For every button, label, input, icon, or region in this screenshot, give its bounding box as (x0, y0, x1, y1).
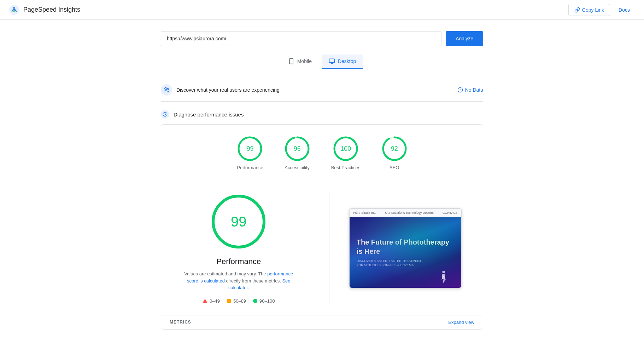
users-icon (163, 87, 170, 93)
pagespeed-logo-icon (8, 4, 20, 16)
logo: PageSpeed Insights (8, 4, 80, 16)
performance-left: 99 Performance Values are estimated and … (170, 193, 322, 304)
site-preview-hero: The Future of Phototherapy is Here DISCO… (350, 217, 461, 288)
results-card: 99 Performance 96 Accessibility (161, 124, 483, 330)
svg-point-8 (167, 88, 169, 90)
header: PageSpeed Insights Copy Link Docs (0, 0, 644, 20)
card-footer: METRICS Expand view (161, 315, 483, 329)
diagnose-section: Diagnose performance issues (161, 110, 483, 119)
score-legend: 0–49 50–89 90–100 (203, 298, 275, 304)
copy-link-label: Copy Link (582, 7, 604, 13)
svg-point-7 (165, 87, 167, 90)
svg-point-23 (442, 271, 445, 273)
accessibility-score-label: Accessibility (285, 165, 310, 170)
header-actions: Copy Link Docs (568, 4, 636, 16)
performance-right: Psira-Sirasit Inc. Our Locations Technol… (336, 193, 475, 304)
performance-description: Values are estimated and may vary. The p… (182, 270, 295, 291)
info-left: Discover what your real users are experi… (161, 84, 280, 96)
legend-good: 90–100 (253, 298, 275, 304)
url-input[interactable] (161, 31, 441, 46)
accessibility-score-value: 96 (294, 145, 301, 153)
site-preview: Psira-Sirasit Inc. Our Locations Technol… (349, 208, 462, 288)
score-accessibility[interactable]: 96 Accessibility (285, 136, 310, 170)
good-icon (253, 299, 257, 303)
tab-desktop[interactable]: Desktop (322, 55, 363, 69)
diagnose-text: Diagnose performance issues (174, 112, 244, 118)
device-tabs: Mobile Desktop (161, 55, 483, 69)
url-row: Analyze (161, 31, 483, 46)
legend-average: 50–89 (227, 298, 246, 304)
svg-rect-4 (329, 59, 334, 63)
user-experience-section: Discover what your real users are experi… (161, 79, 483, 102)
best-practices-circle: 100 (333, 136, 358, 161)
score-performance[interactable]: 99 Performance (237, 136, 263, 170)
mobile-icon (288, 58, 294, 64)
legend-fail: 0–49 (203, 298, 220, 304)
performance-circle: 99 (237, 136, 263, 161)
metrics-label: METRICS (170, 320, 191, 325)
divider (329, 193, 329, 304)
best-practices-score-label: Best Practices (331, 165, 361, 170)
no-data-status: No Data (457, 87, 483, 93)
expand-view-button[interactable]: Expand view (448, 320, 474, 325)
diagnose-icon-circle (161, 110, 169, 119)
svg-rect-2 (289, 59, 293, 64)
score-best-practices[interactable]: 100 Best Practices (331, 136, 361, 170)
site-preview-nav: Psira-Sirasit Inc. Our Locations Technol… (350, 209, 461, 217)
performance-score-label: Performance (237, 165, 263, 170)
docs-button[interactable]: Docs (613, 4, 636, 16)
best-practices-score-value: 100 (340, 145, 351, 153)
silhouette-icon (440, 270, 447, 284)
seo-circle: 92 (382, 136, 407, 161)
main-content: Analyze Mobile Desktop (152, 20, 492, 341)
copy-link-button[interactable]: Copy Link (568, 4, 610, 16)
users-icon-circle (161, 84, 172, 96)
accessibility-circle: 96 (285, 136, 310, 161)
info-icon (457, 87, 463, 93)
big-performance-circle: 99 (210, 193, 267, 250)
analyze-button[interactable]: Analyze (446, 31, 483, 46)
average-icon (227, 299, 231, 303)
link-icon (574, 7, 580, 13)
app-title: PageSpeed Insights (23, 6, 80, 13)
fail-icon (203, 299, 207, 303)
seo-score-value: 92 (391, 145, 398, 153)
performance-detail: 99 Performance Values are estimated and … (161, 179, 483, 315)
seo-score-label: SEO (390, 165, 399, 170)
user-experience-text: Discover what your real users are experi… (176, 87, 280, 93)
performance-title: Performance (216, 257, 261, 266)
score-seo[interactable]: 92 SEO (382, 136, 407, 170)
desktop-icon (329, 58, 335, 64)
performance-score-value: 99 (246, 145, 253, 153)
gauge-icon (163, 112, 168, 117)
big-performance-score: 99 (231, 214, 247, 230)
tab-mobile[interactable]: Mobile (281, 55, 319, 69)
svg-point-1 (13, 7, 15, 9)
scores-row: 99 Performance 96 Accessibility (161, 125, 483, 179)
